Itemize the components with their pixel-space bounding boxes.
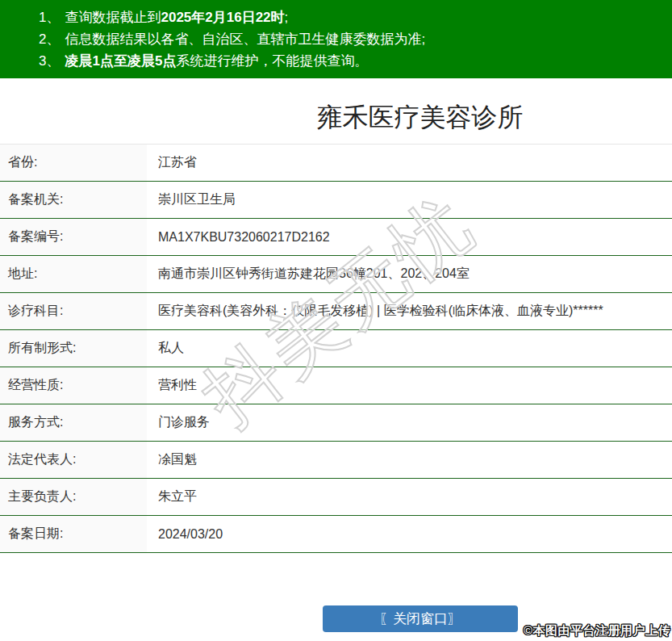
notice-text: 信息数据结果以各省、自治区、直辖市卫生健康委数据为准; — [65, 31, 425, 47]
notice-text: 系统进行维护，不能提供查询。 — [176, 53, 368, 69]
notice-banner: 1、查询数据截止到2025年2月16日22时; 2、信息数据结果以各省、自治区、… — [0, 0, 672, 78]
uploader-watermark: ©本图由平台注册用户上传 — [524, 623, 670, 639]
table-row: 服务方式: 门诊服务 — [0, 404, 672, 442]
row-value: 私人 — [147, 330, 672, 367]
notice-line-3: 3、凌晨1点至凌晨5点系统进行维护，不能提供查询。 — [39, 50, 664, 72]
table-row: 备案编号: MA1X7KBU732060217D2162 — [0, 219, 672, 256]
row-label: 主要负责人: — [0, 479, 147, 515]
row-value: 凃国魁 — [147, 442, 672, 478]
record-query-page: 1、查询数据截止到2025年2月16日22时; 2、信息数据结果以各省、自治区、… — [0, 0, 672, 641]
notice-text: 查询数据截止到 — [65, 10, 161, 25]
row-value: MA1X7KBU732060217D2162 — [147, 219, 672, 255]
page-title: 雍禾医疗美容诊所 — [84, 99, 672, 135]
table-row: 主要负责人: 朱立平 — [0, 479, 672, 516]
row-label: 备案日期: — [0, 516, 147, 552]
notice-text-bold: 2025年2月16日22时 — [161, 10, 284, 25]
table-row: 诊疗科目: 医疗美容科(美容外科：仅限毛发移植) | 医学检验科(临床体液、血液… — [0, 293, 672, 330]
row-label: 诊疗科目: — [0, 293, 147, 329]
notice-line-1: 1、查询数据截止到2025年2月16日22时; — [39, 6, 664, 28]
row-label: 省份: — [0, 145, 147, 181]
record-table: 省份: 江苏省 备案机关: 崇川区卫生局 备案编号: MA1X7KBU73206… — [0, 144, 672, 553]
table-row: 省份: 江苏省 — [0, 145, 672, 182]
row-label: 法定代表人: — [0, 442, 147, 478]
row-label: 备案编号: — [0, 219, 147, 255]
row-label: 经营性质: — [0, 367, 147, 404]
row-value: 门诊服务 — [147, 404, 672, 441]
table-row: 备案日期: 2024/03/20 — [0, 516, 672, 553]
row-label: 所有制形式: — [0, 330, 147, 367]
row-value: 朱立平 — [147, 479, 672, 515]
table-row: 所有制形式: 私人 — [0, 330, 672, 367]
table-row: 法定代表人: 凃国魁 — [0, 442, 672, 479]
row-value: 2024/03/20 — [147, 516, 672, 552]
notice-text: ; — [285, 10, 289, 25]
row-label: 服务方式: — [0, 404, 147, 441]
row-value: 崇川区卫生局 — [147, 182, 672, 218]
close-window-button[interactable]: 〖关闭窗口〗 — [323, 605, 518, 632]
table-row: 地址: 南通市崇川区钟秀街道苏建花园36幢201、202、204室 — [0, 256, 672, 293]
row-value: 营利性 — [147, 367, 672, 404]
row-value: 南通市崇川区钟秀街道苏建花园36幢201、202、204室 — [147, 256, 672, 292]
table-row: 经营性质: 营利性 — [0, 367, 672, 404]
notice-number: 1、 — [39, 10, 60, 25]
row-label: 备案机关: — [0, 182, 147, 218]
row-value: 医疗美容科(美容外科：仅限毛发移植) | 医学检验科(临床体液、血液专业)***… — [147, 293, 672, 329]
row-label: 地址: — [0, 256, 147, 292]
notice-number: 2、 — [39, 31, 60, 47]
notice-text-bold: 凌晨1点至凌晨5点 — [65, 53, 176, 69]
notice-line-2: 2、信息数据结果以各省、自治区、直辖市卫生健康委数据为准; — [39, 28, 664, 50]
notice-number: 3、 — [39, 53, 60, 69]
table-row: 备案机关: 崇川区卫生局 — [0, 182, 672, 219]
row-value: 江苏省 — [147, 145, 672, 181]
